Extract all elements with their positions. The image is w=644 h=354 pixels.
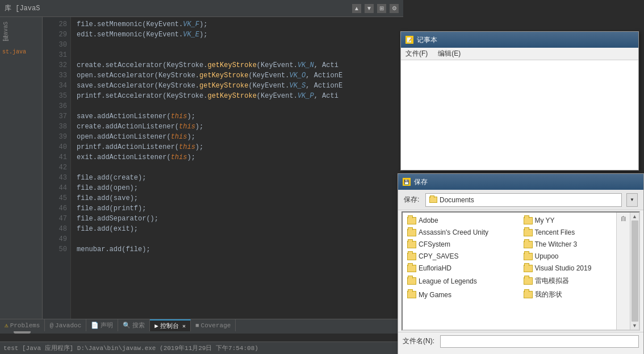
tab-console-label: 控制台: [160, 322, 179, 330]
folder-icon-tencent: [524, 229, 533, 236]
file-item-adobe-label: Adobe: [419, 216, 438, 224]
code-lines-area: 2829303132 3334353637 3839404142 4344454…: [43, 17, 403, 329]
notepad-title-icon: 📝: [405, 36, 413, 44]
file-item-vs2019-label: Visual Studio 2019: [535, 264, 592, 272]
code-line-47: file.addSeparator();: [77, 214, 398, 224]
left-panel-library-label: 库 [JavaS: [2, 19, 40, 48]
notepad-window: 📝 记事本 文件(F) 编辑(E): [400, 31, 639, 170]
code-line-33: open.setAccelerator(KeyStroke.getKeyStro…: [77, 70, 398, 81]
file-item-witcher-label: The Witcher 3: [535, 240, 578, 248]
code-line-29: edit.setMnemonic(KeyEvent.VK_E);: [77, 30, 398, 40]
editor-actions: ▲ ▼ ⊞ ⚙: [352, 4, 399, 13]
editor-tab: 库 [JavaS: [5, 3, 40, 13]
filename-input[interactable]: [440, 335, 639, 348]
code-line-50: menubar.add(file);: [77, 244, 398, 255]
bottom-tabs: ⚠ Problems @ Javadoc 📄 声明 🔍 搜索 ▶ 控制台 ✕ ■…: [0, 319, 403, 331]
javadoc-icon: @: [49, 322, 53, 329]
tab-declaration-label: 声明: [101, 321, 113, 330]
notepad-menu-file[interactable]: 文件(F): [403, 48, 430, 60]
tab-declaration[interactable]: 📄 声明: [86, 319, 118, 331]
file-grid-scrollbar[interactable]: ▲ ▼: [630, 213, 639, 330]
folder-icon-vs2019: [524, 265, 533, 272]
tab-problems[interactable]: ⚠ Problems: [0, 319, 45, 331]
file-item-eufloria-label: EufloriaHD: [419, 264, 451, 272]
code-line-34: save.setAccelerator(KeyStroke.getKeyStro…: [77, 81, 398, 91]
code-line-28: file.setMnemonic(KeyEvent.VK_F);: [77, 19, 398, 30]
console-close-icon[interactable]: ✕: [182, 323, 186, 330]
file-item-eufloria[interactable]: EufloriaHD: [405, 263, 521, 274]
code-line-31: [77, 50, 398, 60]
folder-icon-assassins: [407, 229, 416, 236]
folder-icon-myshape: [524, 291, 533, 298]
search-icon: 🔍: [123, 322, 131, 329]
scroll-down-btn[interactable]: ▼: [365, 4, 374, 13]
folder-icon-mygames: [407, 291, 416, 298]
notepad-titlebar: 📝 记事本: [401, 32, 638, 48]
left-panel-file-label: st.java: [2, 48, 40, 56]
folder-icon-cpysaves: [407, 253, 416, 260]
file-item-cfsystem[interactable]: CFSystem: [405, 239, 521, 250]
file-item-lol-label: League of Legends: [419, 277, 477, 285]
save-location-label: 保存:: [404, 195, 421, 205]
coverage-icon: ■: [195, 322, 199, 329]
tab-console[interactable]: ▶ 控制台 ✕: [150, 319, 191, 331]
code-line-30: [77, 40, 398, 50]
editor-tab-label: 库 [JavaS: [5, 3, 40, 13]
status-text: test [Java 应用程序] D:\Java\bin\javaw.exe (…: [3, 344, 258, 352]
settings-btn[interactable]: ⚙: [390, 4, 399, 13]
code-line-46: file.add(printf);: [77, 203, 398, 214]
problems-icon: ⚠: [5, 322, 9, 329]
save-title-icon: 💾: [403, 178, 411, 186]
file-grid-container: Adobe My YY Assassin's Creed Unity Tence…: [402, 211, 640, 331]
save-location-text: Documents: [440, 196, 474, 204]
save-toolbar: 保存: Documents ▼: [398, 190, 643, 210]
code-editor: 库 [JavaS ▲ ▼ ⊞ ⚙ 库 [JavaS st.java 282930…: [0, 0, 403, 354]
tab-search[interactable]: 🔍 搜索: [118, 319, 150, 331]
file-item-mygames-label: My Games: [419, 291, 451, 299]
save-title-text: 保存: [414, 177, 428, 187]
code-line-44: file.add(open);: [77, 183, 398, 193]
code-line-40: printf.addActionListener(this);: [77, 142, 398, 152]
file-grid: Adobe My YY Assassin's Creed Unity Tence…: [403, 213, 639, 330]
notepad-title-text: 记事本: [417, 35, 437, 45]
code-line-35: printf.setAccelerator(KeyStroke.getKeySt…: [77, 91, 398, 101]
code-line-38: create.addActionListener(this);: [77, 122, 398, 132]
folder-icon-myyy: [524, 217, 533, 224]
file-item-cpysaves[interactable]: CPY_SAVES: [405, 251, 521, 262]
file-item-adobe[interactable]: Adobe: [405, 215, 521, 226]
notepad-menubar: 文件(F) 编辑(E): [401, 48, 638, 60]
tab-coverage[interactable]: ■ Coverage: [191, 319, 236, 331]
file-item-myyy-label: My YY: [535, 216, 555, 224]
code-line-43: file.add(create);: [77, 173, 398, 183]
notepad-content[interactable]: [401, 60, 638, 170]
status-bar: test [Java 应用程序] D:\Java\bin\javaw.exe (…: [0, 341, 403, 354]
save-location-dropdown[interactable]: ▼: [626, 193, 638, 207]
file-item-leigui-label: 雷电模拟器: [535, 276, 569, 286]
file-item-cfsystem-label: CFSystem: [419, 240, 450, 248]
file-item-myshape-label: 我的形状: [535, 290, 562, 299]
save-titlebar: 💾 保存: [398, 174, 643, 190]
tab-search-label: 搜索: [132, 321, 145, 330]
code-area-wrapper: 库 [JavaS st.java 2829303132 3334353637 3…: [0, 17, 403, 329]
folder-icon-witcher: [524, 241, 533, 248]
folder-icon-eufloria: [407, 265, 416, 272]
filename-label: 文件名(N):: [403, 336, 437, 346]
code-line-39: open.addActionListener(this);: [77, 132, 398, 142]
file-item-assassins[interactable]: Assassin's Creed Unity: [405, 227, 521, 238]
file-item-lol[interactable]: League of Legends: [405, 274, 521, 288]
code-line-32: create.setAccelerator(KeyStroke.getKeySt…: [77, 60, 398, 70]
notepad-menu-edit[interactable]: 编辑(E): [436, 48, 463, 60]
tab-javadoc[interactable]: @ Javadoc: [45, 319, 86, 331]
code-line-42: [77, 163, 398, 173]
code-line-36: [77, 101, 398, 111]
tab-coverage-label: Coverage: [201, 322, 231, 329]
tab-javadoc-label: Javadoc: [55, 322, 81, 329]
file-item-assassins-label: Assassin's Creed Unity: [419, 228, 488, 236]
scroll-up-btn[interactable]: ▲: [352, 4, 361, 13]
file-item-mygames[interactable]: My Games: [405, 288, 521, 301]
file-item-tencent-label: Tencent Files: [535, 228, 575, 236]
menu-btn[interactable]: ⊞: [377, 4, 386, 13]
tab-problems-label: Problems: [10, 322, 40, 329]
file-item-cpysaves-label: CPY_SAVES: [419, 252, 458, 260]
file-item-upupoo-label: Upupoo: [535, 252, 559, 260]
